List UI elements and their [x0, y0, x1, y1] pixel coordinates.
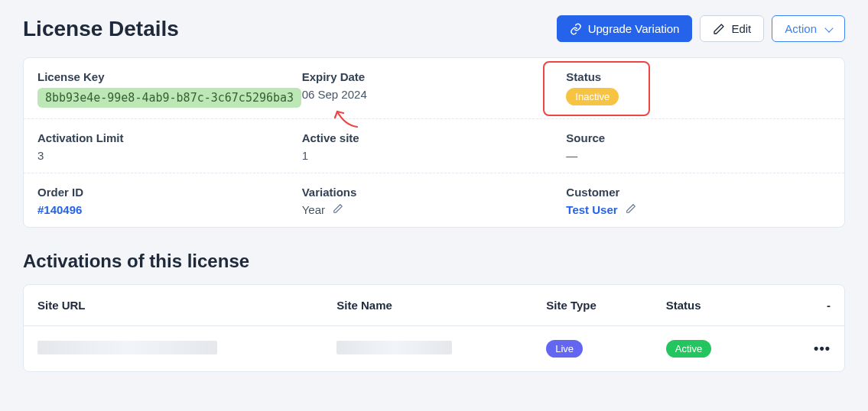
edit-button-label: Edit [731, 22, 751, 35]
header-actions: Upgrade Variation Edit Action [557, 15, 845, 42]
edit-customer-icon[interactable] [626, 204, 636, 216]
action-button-label: Action [785, 22, 817, 35]
order-id-label: Order ID [37, 186, 302, 199]
license-details-card: License Key 8bb93e4e-99e8-4ab9-b87c-3c67… [23, 57, 845, 228]
col-actions: - [785, 299, 831, 312]
table-header-row: Site URL Site Name Site Type Status - [24, 285, 844, 326]
site-status-badge: Active [666, 340, 711, 358]
expiry-date-value: 06 Sep 2024 [302, 88, 567, 101]
variations-label: Variations [302, 186, 567, 199]
source-label: Source [566, 131, 831, 144]
col-site-type: Site Type [546, 299, 666, 312]
action-dropdown-button[interactable]: Action [772, 15, 845, 42]
order-id-link[interactable]: #140496 [37, 203, 82, 216]
upgrade-variation-button[interactable]: Upgrade Variation [557, 15, 693, 42]
col-site-url: Site URL [37, 299, 336, 312]
edit-variations-icon[interactable] [333, 204, 343, 216]
edit-button[interactable]: Edit [700, 15, 764, 42]
upgrade-variation-label: Upgrade Variation [588, 22, 680, 35]
activation-limit-label: Activation Limit [37, 131, 302, 144]
site-url-redacted [37, 341, 217, 354]
site-name-redacted [336, 341, 452, 354]
variations-value: Year [302, 203, 325, 216]
license-key-label: License Key [37, 70, 302, 83]
source-value: — [566, 149, 831, 162]
activations-section-title: Activations of this license [23, 251, 845, 272]
col-status: Status [666, 299, 786, 312]
col-site-name: Site Name [336, 299, 546, 312]
site-type-badge: Live [546, 340, 583, 358]
status-badge: Inactive [566, 88, 619, 105]
expiry-date-label: Expiry Date [302, 70, 567, 83]
row-actions-menu[interactable]: ••• [785, 341, 831, 357]
activation-limit-value: 3 [37, 149, 302, 162]
table-row: Live Active ••• [24, 326, 844, 371]
chevron-down-icon [824, 24, 833, 32]
active-site-value: 1 [302, 149, 567, 162]
link-icon [570, 23, 582, 35]
license-key-value: 8bb93e4e-99e8-4ab9-b87c-3c67c5296ba3 [37, 88, 301, 108]
customer-link[interactable]: Test User [566, 203, 617, 216]
active-site-label: Active site [302, 131, 567, 144]
page-title: License Details [23, 17, 179, 41]
status-label: Status [566, 70, 831, 83]
pencil-icon [713, 23, 725, 35]
customer-label: Customer [566, 186, 831, 199]
activations-table: Site URL Site Name Site Type Status - Li… [23, 284, 845, 372]
